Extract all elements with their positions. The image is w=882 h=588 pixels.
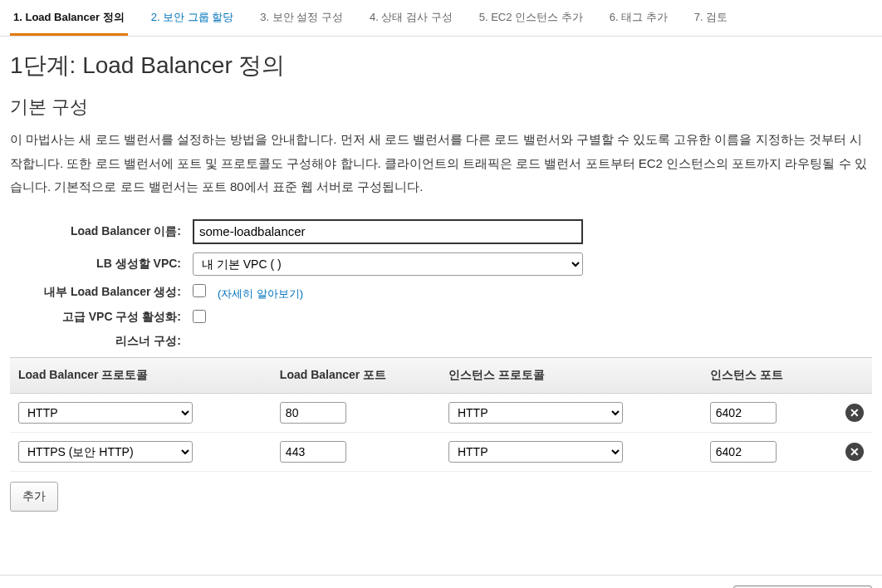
listener-table: Load Balancer 프로토콜 Load Balancer 포트 인스턴스… (10, 357, 872, 472)
wizard-step-1[interactable]: 1. Load Balancer 정의 (10, 5, 128, 36)
th-inst-port: 인스턴스 포트 (702, 357, 825, 393)
lb-protocol-select[interactable]: HTTP (18, 402, 193, 424)
row-listeners-label: 리스너 구성: (10, 334, 872, 349)
remove-row-button[interactable]: ✕ (845, 443, 864, 461)
advanced-vpc-checkbox-wrap (193, 310, 214, 326)
th-lb-protocol: Load Balancer 프로토콜 (10, 357, 272, 393)
wizard-step-4[interactable]: 4. 상태 검사 구성 (366, 5, 456, 36)
label-lb-name: Load Balancer 이름: (10, 224, 193, 239)
wizard-nav: 1. Load Balancer 정의 2. 보안 그룹 할당 3. 보안 설정… (0, 0, 882, 37)
lb-protocol-select[interactable]: HTTPS (보안 HTTP) (18, 441, 193, 463)
remove-row-button[interactable]: ✕ (845, 404, 864, 422)
inst-protocol-select[interactable]: HTTP (448, 402, 623, 424)
wizard-step-7[interactable]: 7. 검토 (691, 5, 731, 36)
th-actions (824, 357, 872, 393)
internal-checkbox[interactable] (193, 284, 206, 297)
advanced-vpc-checkbox[interactable] (193, 310, 206, 323)
inst-port-input[interactable] (710, 441, 777, 463)
wizard-step-3[interactable]: 3. 보안 설정 구성 (257, 5, 346, 36)
lb-name-input[interactable] (193, 219, 583, 244)
wizard-step-5[interactable]: 5. EC2 인스턴스 추가 (476, 5, 586, 36)
lb-port-input[interactable] (280, 402, 346, 424)
th-lb-port: Load Balancer 포트 (272, 357, 440, 393)
row-lb-name: Load Balancer 이름: (10, 219, 872, 244)
inst-protocol-select[interactable]: HTTP (448, 441, 623, 463)
listener-row: HTTP HTTP ✕ (10, 393, 872, 432)
learn-more-link[interactable]: (자세히 알아보기) (218, 287, 303, 300)
add-listener-button[interactable]: 추가 (10, 482, 58, 512)
next-button[interactable]: 다음: 보안 그룹 할당 (733, 586, 873, 589)
vpc-select[interactable]: 내 기본 VPC ( ) (193, 252, 583, 276)
listener-row: HTTPS (보안 HTTP) HTTP ✕ (10, 432, 872, 471)
footer-bar: 취소 다음: 보안 그룹 할당 (0, 575, 882, 589)
close-icon: ✕ (850, 445, 860, 458)
row-vpc: LB 생성할 VPC: 내 기본 VPC ( ) (10, 252, 872, 276)
internal-checkbox-wrap: (자세히 알아보기) (193, 284, 303, 301)
label-internal: 내부 Load Balancer 생성: (10, 285, 193, 300)
label-advanced-vpc: 고급 VPC 구성 활성화: (10, 310, 193, 325)
page-subtitle: 기본 구성 (10, 95, 872, 120)
lb-port-input[interactable] (280, 441, 346, 463)
row-internal: 내부 Load Balancer 생성: (자세히 알아보기) (10, 284, 872, 301)
content-area: 1단계: Load Balancer 정의 기본 구성 이 마법사는 새 로드 … (0, 37, 882, 525)
wizard-step-6[interactable]: 6. 태그 추가 (606, 5, 671, 36)
inst-port-input[interactable] (710, 402, 777, 424)
wizard-step-2[interactable]: 2. 보안 그룹 할당 (148, 5, 238, 36)
th-inst-protocol: 인스턴스 프로토콜 (440, 357, 702, 393)
page-description: 이 마법사는 새 로드 밸런서를 설정하는 방법을 안내합니다. 먼저 새 로드… (10, 128, 872, 199)
label-listeners: 리스너 구성: (10, 334, 193, 349)
row-advanced-vpc: 고급 VPC 구성 활성화: (10, 310, 872, 326)
close-icon: ✕ (850, 406, 860, 419)
label-vpc: LB 생성할 VPC: (10, 257, 193, 272)
page-title: 1단계: Load Balancer 정의 (10, 50, 872, 81)
